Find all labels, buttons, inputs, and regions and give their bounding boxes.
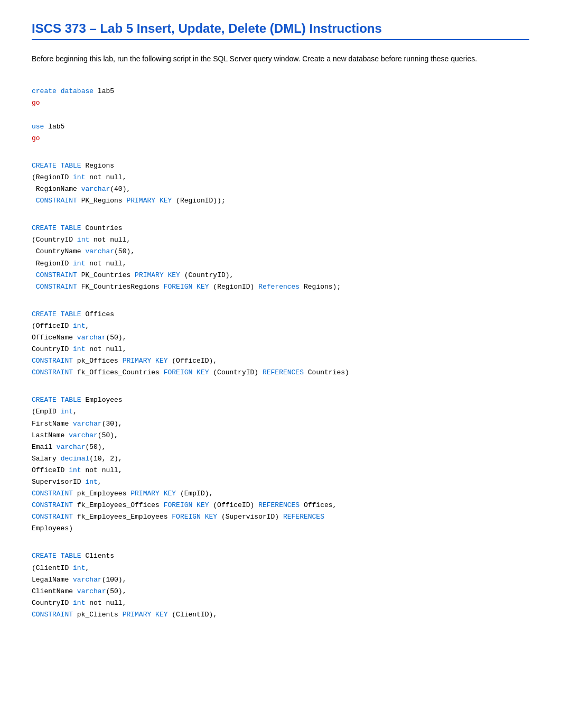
code-block-clients: CREATE TABLE Clients (ClientID int, Lega… — [32, 550, 529, 621]
code-block-regions: CREATE TABLE Regions (RegionID int not n… — [32, 160, 529, 207]
code-block-employees: CREATE TABLE Employees (EmpID int, First… — [32, 394, 529, 535]
page-title: ISCS 373 – Lab 5 Insert, Update, Delete … — [32, 21, 529, 40]
code-block-countries: CREATE TABLE Countries (CountryID int no… — [32, 223, 529, 293]
intro-paragraph: Before beginning this lab, run the follo… — [32, 53, 529, 64]
code-block-offices: CREATE TABLE Offices (OfficeID int, Offi… — [32, 309, 529, 379]
code-block-create-db: create database lab5 go use lab5 go — [32, 86, 529, 144]
